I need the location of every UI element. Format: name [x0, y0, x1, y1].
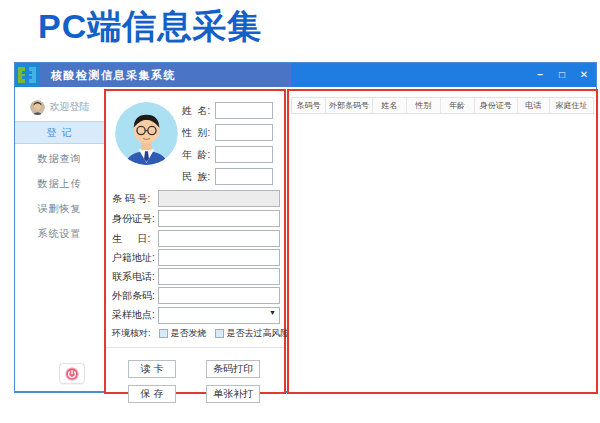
field-row-age: 年 龄: [182, 146, 273, 163]
field-row-external-barcode: 外部条码: [112, 287, 280, 304]
close-button[interactable]: ✕ [578, 63, 590, 87]
id-number-input[interactable] [158, 210, 280, 227]
window-title: 核酸检测信息采集系统 [51, 68, 176, 83]
col-header-age[interactable]: 年龄 [441, 98, 475, 113]
environment-check-row: 环境核对: 是否发烧 是否去过高风险地区 [112, 327, 308, 340]
field-row-gender: 性 别: [182, 124, 273, 141]
welcome-label: 欢迎登陆 [50, 100, 90, 114]
col-header-barcode[interactable]: 条码号 [292, 98, 326, 113]
window-titlebar: 核酸检测信息采集系统 – □ ✕ [15, 63, 596, 87]
sidebar: 欢迎登陆 登 记 数据查询 数据上传 误删恢复 系统设置 [15, 87, 104, 391]
single-reprint-button[interactable]: 单张补打 [206, 385, 260, 403]
table-body-empty [291, 114, 594, 390]
address-input[interactable] [158, 249, 280, 266]
screenshot-stage: PC端信息采集 核酸检测信息采集系统 – □ ✕ [0, 0, 600, 423]
window-controls: – □ ✕ [534, 63, 590, 87]
app-logo-icon [15, 63, 39, 87]
records-table-panel: 条码号 外部条码号 姓名 性别 年龄 身份证号 电话 家庭住址 [287, 89, 598, 394]
gender-label: 性 别: [182, 126, 210, 140]
address-label: 户籍地址: [112, 251, 158, 265]
field-row-id-number: 身份证号: [112, 210, 280, 227]
birthday-input[interactable] [158, 230, 280, 247]
field-row-phone: 联系电话: [112, 268, 280, 285]
gender-input[interactable] [215, 124, 273, 141]
phone-label: 联系电话: [112, 270, 158, 284]
name-input[interactable] [215, 102, 273, 119]
page-title: PC端信息采集 [38, 4, 262, 50]
age-input[interactable] [215, 146, 273, 163]
col-header-phone[interactable]: 电话 [518, 98, 550, 113]
minimize-button[interactable]: – [534, 63, 546, 87]
table-header-row: 条码号 外部条码号 姓名 性别 年龄 身份证号 电话 家庭住址 [291, 97, 594, 114]
col-header-name[interactable]: 姓名 [373, 98, 407, 113]
power-button[interactable] [59, 363, 85, 384]
maximize-button[interactable]: □ [556, 63, 568, 87]
field-row-birthday: 生 日: [112, 230, 280, 247]
sidebar-item-register[interactable]: 登 记 [15, 121, 104, 144]
sidebar-item-undelete[interactable]: 误删恢复 [15, 196, 104, 221]
col-header-external-barcode[interactable]: 外部条码号 [326, 98, 373, 113]
read-card-button[interactable]: 读 卡 [128, 360, 176, 378]
registration-form-panel: 姓 名: 性 别: 年 龄: 民 族: 条 码 号: 身份证号: [104, 89, 286, 394]
environment-check-label: 环境核对: [112, 327, 151, 340]
power-icon [65, 367, 79, 381]
field-row-ethnicity: 民 族: [182, 168, 273, 185]
fever-checkbox-label: 是否发烧 [171, 327, 207, 340]
sampling-site-select[interactable] [158, 307, 280, 324]
patient-avatar-illustration [115, 102, 178, 165]
col-header-home-address[interactable]: 家庭住址 [550, 98, 593, 113]
birthday-label: 生 日: [112, 232, 158, 246]
id-number-label: 身份证号: [112, 212, 158, 226]
sidebar-item-data-upload[interactable]: 数据上传 [15, 171, 104, 196]
sidebar-menu: 登 记 数据查询 数据上传 误删恢复 系统设置 [15, 121, 104, 246]
form-divider [106, 347, 284, 348]
user-avatar [30, 100, 45, 115]
ethnicity-input[interactable] [215, 168, 273, 185]
age-label: 年 龄: [182, 148, 210, 162]
field-row-barcode: 条 码 号: [112, 190, 280, 207]
external-barcode-label: 外部条码: [112, 289, 158, 303]
field-row-name: 姓 名: [182, 102, 273, 119]
sidebar-item-data-query[interactable]: 数据查询 [15, 146, 104, 171]
sidebar-item-settings[interactable]: 系统设置 [15, 221, 104, 246]
field-row-address: 户籍地址: [112, 249, 280, 266]
sampling-site-label: 采样地点: [112, 308, 158, 322]
phone-input[interactable] [158, 268, 280, 285]
fever-checkbox[interactable] [159, 329, 168, 338]
barcode-print-button[interactable]: 条码打印 [206, 360, 260, 378]
barcode-label: 条 码 号: [112, 192, 158, 206]
external-barcode-input[interactable] [158, 287, 280, 304]
app-window: 核酸检测信息采集系统 – □ ✕ 欢迎登陆 [14, 62, 597, 393]
high-risk-area-checkbox[interactable] [215, 329, 224, 338]
name-label: 姓 名: [182, 104, 210, 118]
col-header-gender[interactable]: 性别 [407, 98, 441, 113]
field-row-sampling-site: 采样地点: ▼ [112, 306, 280, 323]
barcode-input[interactable] [158, 190, 280, 207]
save-button[interactable]: 保 存 [128, 385, 176, 403]
ethnicity-label: 民 族: [182, 170, 210, 184]
welcome-row: 欢迎登陆 [15, 97, 104, 117]
col-header-id-number[interactable]: 身份证号 [475, 98, 518, 113]
